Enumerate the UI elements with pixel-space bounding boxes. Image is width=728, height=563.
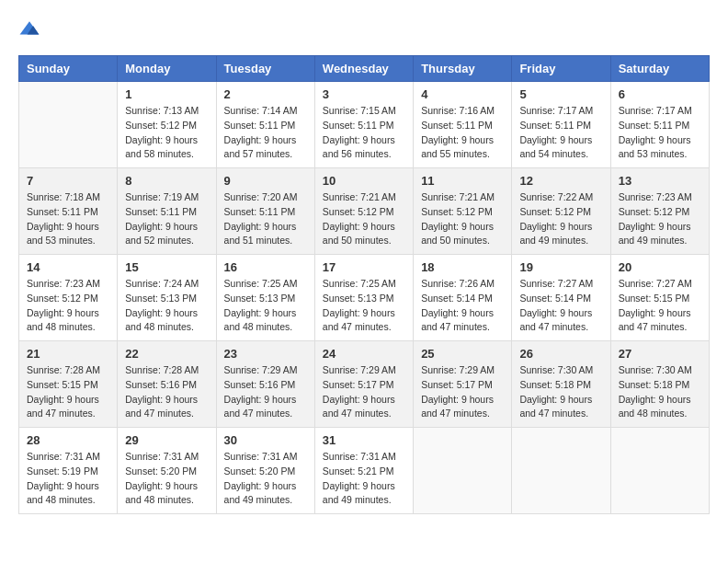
day-info: Sunrise: 7:13 AMSunset: 5:12 PMDaylight:… xyxy=(125,104,208,162)
day-number: 4 xyxy=(421,87,504,101)
calendar-week-row: 21 Sunrise: 7:28 AMSunset: 5:15 PMDaylig… xyxy=(19,341,710,428)
day-info: Sunrise: 7:27 AMSunset: 5:14 PMDaylight:… xyxy=(519,277,602,335)
logo xyxy=(18,18,44,40)
day-info: Sunrise: 7:17 AMSunset: 5:11 PMDaylight:… xyxy=(619,104,701,162)
day-info: Sunrise: 7:14 AMSunset: 5:11 PMDaylight:… xyxy=(224,104,307,162)
calendar-cell: 14 Sunrise: 7:23 AMSunset: 5:12 PMDaylig… xyxy=(19,255,118,341)
calendar-cell xyxy=(19,82,118,168)
calendar-cell: 26 Sunrise: 7:30 AMSunset: 5:18 PMDaylig… xyxy=(512,341,610,428)
day-info: Sunrise: 7:29 AMSunset: 5:17 PMDaylight:… xyxy=(323,363,405,421)
day-info: Sunrise: 7:28 AMSunset: 5:16 PMDaylight:… xyxy=(125,363,208,421)
day-info: Sunrise: 7:15 AMSunset: 5:11 PMDaylight:… xyxy=(323,104,405,162)
day-info: Sunrise: 7:20 AMSunset: 5:11 PMDaylight:… xyxy=(224,190,307,248)
day-number: 25 xyxy=(421,347,504,361)
header-friday: Friday xyxy=(512,56,610,82)
day-info: Sunrise: 7:22 AMSunset: 5:12 PMDaylight:… xyxy=(519,190,602,248)
calendar-cell xyxy=(414,428,512,514)
calendar-week-row: 14 Sunrise: 7:23 AMSunset: 5:12 PMDaylig… xyxy=(19,255,710,341)
day-number: 11 xyxy=(421,174,504,188)
day-number: 24 xyxy=(323,347,405,361)
day-info: Sunrise: 7:26 AMSunset: 5:14 PMDaylight:… xyxy=(421,277,504,335)
calendar-cell: 13 Sunrise: 7:23 AMSunset: 5:12 PMDaylig… xyxy=(610,168,709,255)
logo-icon xyxy=(18,18,40,40)
calendar-cell: 11 Sunrise: 7:21 AMSunset: 5:12 PMDaylig… xyxy=(414,168,512,255)
calendar-cell: 21 Sunrise: 7:28 AMSunset: 5:15 PMDaylig… xyxy=(19,341,118,428)
calendar-cell: 5 Sunrise: 7:17 AMSunset: 5:11 PMDayligh… xyxy=(512,82,610,168)
day-info: Sunrise: 7:27 AMSunset: 5:15 PMDaylight:… xyxy=(619,277,701,335)
calendar-cell: 24 Sunrise: 7:29 AMSunset: 5:17 PMDaylig… xyxy=(314,341,413,428)
calendar-cell: 12 Sunrise: 7:22 AMSunset: 5:12 PMDaylig… xyxy=(512,168,610,255)
day-number: 1 xyxy=(125,87,208,101)
day-info: Sunrise: 7:16 AMSunset: 5:11 PMDaylight:… xyxy=(421,104,504,162)
calendar-cell: 22 Sunrise: 7:28 AMSunset: 5:16 PMDaylig… xyxy=(118,341,216,428)
calendar-cell: 18 Sunrise: 7:26 AMSunset: 5:14 PMDaylig… xyxy=(414,255,512,341)
day-info: Sunrise: 7:31 AMSunset: 5:20 PMDaylight:… xyxy=(125,450,208,508)
day-number: 23 xyxy=(224,347,307,361)
calendar-cell: 2 Sunrise: 7:14 AMSunset: 5:11 PMDayligh… xyxy=(216,82,314,168)
day-number: 3 xyxy=(323,87,405,101)
day-number: 27 xyxy=(619,347,701,361)
day-number: 9 xyxy=(224,174,307,188)
calendar-cell: 9 Sunrise: 7:20 AMSunset: 5:11 PMDayligh… xyxy=(216,168,314,255)
calendar-cell: 29 Sunrise: 7:31 AMSunset: 5:20 PMDaylig… xyxy=(118,428,216,514)
day-number: 14 xyxy=(27,260,109,274)
day-info: Sunrise: 7:18 AMSunset: 5:11 PMDaylight:… xyxy=(27,190,109,248)
day-number: 19 xyxy=(519,260,602,274)
day-number: 8 xyxy=(125,174,208,188)
calendar-week-row: 7 Sunrise: 7:18 AMSunset: 5:11 PMDayligh… xyxy=(19,168,710,255)
calendar-cell: 7 Sunrise: 7:18 AMSunset: 5:11 PMDayligh… xyxy=(19,168,118,255)
calendar-cell: 30 Sunrise: 7:31 AMSunset: 5:20 PMDaylig… xyxy=(216,428,314,514)
day-info: Sunrise: 7:29 AMSunset: 5:16 PMDaylight:… xyxy=(224,363,307,421)
calendar-cell: 4 Sunrise: 7:16 AMSunset: 5:11 PMDayligh… xyxy=(414,82,512,168)
calendar-cell: 20 Sunrise: 7:27 AMSunset: 5:15 PMDaylig… xyxy=(610,255,709,341)
calendar-week-row: 28 Sunrise: 7:31 AMSunset: 5:19 PMDaylig… xyxy=(19,428,710,514)
day-number: 13 xyxy=(619,174,701,188)
day-info: Sunrise: 7:21 AMSunset: 5:12 PMDaylight:… xyxy=(323,190,405,248)
calendar-table: SundayMondayTuesdayWednesdayThursdayFrid… xyxy=(18,55,710,514)
header-wednesday: Wednesday xyxy=(314,56,413,82)
calendar-cell: 17 Sunrise: 7:25 AMSunset: 5:13 PMDaylig… xyxy=(314,255,413,341)
day-info: Sunrise: 7:23 AMSunset: 5:12 PMDaylight:… xyxy=(27,277,109,335)
day-number: 5 xyxy=(519,87,602,101)
day-number: 16 xyxy=(224,260,307,274)
day-info: Sunrise: 7:25 AMSunset: 5:13 PMDaylight:… xyxy=(224,277,307,335)
calendar-cell: 6 Sunrise: 7:17 AMSunset: 5:11 PMDayligh… xyxy=(610,82,709,168)
calendar-header-row: SundayMondayTuesdayWednesdayThursdayFrid… xyxy=(19,56,710,82)
calendar-cell: 28 Sunrise: 7:31 AMSunset: 5:19 PMDaylig… xyxy=(19,428,118,514)
day-number: 26 xyxy=(519,347,602,361)
page-header xyxy=(18,18,710,40)
day-number: 12 xyxy=(519,174,602,188)
calendar-cell: 23 Sunrise: 7:29 AMSunset: 5:16 PMDaylig… xyxy=(216,341,314,428)
calendar-cell: 1 Sunrise: 7:13 AMSunset: 5:12 PMDayligh… xyxy=(118,82,216,168)
calendar-cell: 16 Sunrise: 7:25 AMSunset: 5:13 PMDaylig… xyxy=(216,255,314,341)
day-info: Sunrise: 7:21 AMSunset: 5:12 PMDaylight:… xyxy=(421,190,504,248)
day-info: Sunrise: 7:31 AMSunset: 5:21 PMDaylight:… xyxy=(323,450,405,508)
calendar-cell: 15 Sunrise: 7:24 AMSunset: 5:13 PMDaylig… xyxy=(118,255,216,341)
day-info: Sunrise: 7:24 AMSunset: 5:13 PMDaylight:… xyxy=(125,277,208,335)
header-sunday: Sunday xyxy=(19,56,118,82)
day-info: Sunrise: 7:28 AMSunset: 5:15 PMDaylight:… xyxy=(27,363,109,421)
day-number: 7 xyxy=(27,174,109,188)
header-saturday: Saturday xyxy=(610,56,709,82)
day-info: Sunrise: 7:19 AMSunset: 5:11 PMDaylight:… xyxy=(125,190,208,248)
day-info: Sunrise: 7:30 AMSunset: 5:18 PMDaylight:… xyxy=(619,363,701,421)
day-number: 31 xyxy=(323,433,405,447)
calendar-cell: 31 Sunrise: 7:31 AMSunset: 5:21 PMDaylig… xyxy=(314,428,413,514)
day-info: Sunrise: 7:23 AMSunset: 5:12 PMDaylight:… xyxy=(619,190,701,248)
day-number: 2 xyxy=(224,87,307,101)
calendar-cell xyxy=(610,428,709,514)
day-number: 29 xyxy=(125,433,208,447)
day-number: 22 xyxy=(125,347,208,361)
calendar-cell: 25 Sunrise: 7:29 AMSunset: 5:17 PMDaylig… xyxy=(414,341,512,428)
calendar-cell xyxy=(512,428,610,514)
header-monday: Monday xyxy=(118,56,216,82)
calendar-cell: 27 Sunrise: 7:30 AMSunset: 5:18 PMDaylig… xyxy=(610,341,709,428)
day-number: 21 xyxy=(27,347,109,361)
day-info: Sunrise: 7:29 AMSunset: 5:17 PMDaylight:… xyxy=(421,363,504,421)
header-thursday: Thursday xyxy=(414,56,512,82)
day-number: 20 xyxy=(619,260,701,274)
day-info: Sunrise: 7:30 AMSunset: 5:18 PMDaylight:… xyxy=(519,363,602,421)
calendar-cell: 8 Sunrise: 7:19 AMSunset: 5:11 PMDayligh… xyxy=(118,168,216,255)
day-number: 10 xyxy=(323,174,405,188)
day-number: 17 xyxy=(323,260,405,274)
